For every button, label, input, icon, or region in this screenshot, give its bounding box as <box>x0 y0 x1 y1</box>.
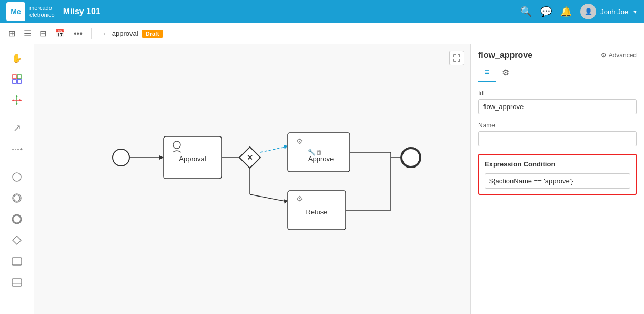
name-field-group: Name <box>478 122 637 146</box>
columns-icon[interactable]: ⊟ <box>37 26 48 41</box>
logo-box: Me <box>6 2 25 21</box>
expression-condition-group: Expression Condition <box>478 154 637 195</box>
calendar-icon[interactable]: 📅 <box>53 26 67 41</box>
breadcrumb: ← approval Draft <box>102 30 164 38</box>
tab-properties[interactable]: ≡ <box>478 64 496 82</box>
svg-rect-1 <box>17 75 21 78</box>
dotted-arrow-tool[interactable] <box>6 140 27 159</box>
expression-label: Expression Condition <box>485 160 630 168</box>
tool-separator-1 <box>7 114 26 114</box>
svg-rect-17 <box>12 258 22 265</box>
panel-header: flow_approve ⚙ Advanced <box>471 44 644 60</box>
advanced-icon: ⚙ <box>601 52 607 59</box>
top-nav: Me mercado eletrônico Miisy 101 🔍 💬 🔔 👤 … <box>0 0 644 23</box>
main-layout: ✋ ↗ <box>0 44 644 314</box>
advanced-link[interactable]: ⚙ Advanced <box>601 52 637 59</box>
bpmn-diagram: Approval ✕ ⚙ 🔧 🗑 Approve ⚙ <box>34 44 455 266</box>
svg-marker-16 <box>13 236 21 244</box>
svg-marker-8 <box>12 99 14 101</box>
gateway-tool[interactable] <box>6 231 27 250</box>
svg-marker-39 <box>284 199 288 204</box>
user-name: Jonh Joe <box>600 8 628 16</box>
right-panel: flow_approve ⚙ Advanced ≡ ⚙ Id Name Expr… <box>470 44 644 314</box>
hand-tool[interactable]: ✋ <box>6 48 27 67</box>
svg-rect-0 <box>13 75 16 78</box>
move-tool[interactable] <box>6 91 27 110</box>
search-icon[interactable]: 🔍 <box>520 6 532 17</box>
svg-rect-3 <box>17 80 21 83</box>
tool-separator-2 <box>7 163 26 163</box>
svg-marker-11 <box>21 148 23 151</box>
svg-marker-22 <box>159 155 164 160</box>
user-dropdown-icon: ▼ <box>632 9 638 15</box>
svg-point-12 <box>13 173 21 181</box>
svg-text:Approve: Approve <box>308 155 334 163</box>
toolbar-separator <box>91 28 92 39</box>
advanced-label: Advanced <box>609 52 637 59</box>
svg-marker-6 <box>16 95 18 97</box>
panel-title: flow_approve <box>478 51 532 60</box>
crosshair-tool[interactable] <box>6 70 27 89</box>
svg-text:Refuse: Refuse <box>306 208 327 216</box>
user-area[interactable]: 👤 Jonh Joe ▼ <box>580 4 638 19</box>
svg-marker-9 <box>19 99 22 101</box>
breadcrumb-text: approval <box>112 30 138 37</box>
task-tool[interactable] <box>6 252 27 271</box>
draft-badge: Draft <box>142 30 164 38</box>
canvas-area[interactable]: Approval ✕ ⚙ 🔧 🗑 Approve ⚙ <box>34 44 470 314</box>
id-label: Id <box>478 90 637 97</box>
name-label: Name <box>478 122 637 129</box>
grid-icon[interactable]: ⊞ <box>6 26 17 41</box>
list-icon[interactable]: ☰ <box>22 26 33 41</box>
expression-input[interactable] <box>485 173 630 189</box>
svg-point-20 <box>113 149 129 166</box>
event-start-tool[interactable] <box>6 168 27 187</box>
svg-text:⚙: ⚙ <box>296 137 303 145</box>
chat-icon[interactable]: 💬 <box>540 6 552 17</box>
svg-text:Approval: Approval <box>179 155 206 163</box>
app-name: Miisy 101 <box>63 7 100 16</box>
svg-point-15 <box>13 215 21 223</box>
more-icon[interactable]: ••• <box>72 27 85 41</box>
svg-text:⚙: ⚙ <box>296 194 303 203</box>
nav-icons: 🔍 💬 🔔 👤 Jonh Joe ▼ <box>520 4 638 19</box>
toolbar: ⊞ ☰ ⊟ 📅 ••• ← approval Draft <box>0 23 644 44</box>
name-input[interactable] <box>478 131 637 146</box>
id-field-group: Id <box>478 90 637 114</box>
arrow-tool[interactable]: ↗ <box>6 119 27 138</box>
panel-body: Id Name Expression Condition <box>471 82 644 314</box>
svg-line-38 <box>250 194 285 201</box>
svg-rect-18 <box>12 279 22 286</box>
logo-area: Me mercado eletrônico <box>6 2 55 21</box>
panel-tabs: ≡ ⚙ <box>471 60 644 82</box>
svg-point-14 <box>14 195 20 201</box>
left-toolbar: ✋ ↗ <box>0 44 34 314</box>
svg-point-48 <box>401 148 420 167</box>
svg-line-30 <box>260 147 285 152</box>
bell-icon[interactable]: 🔔 <box>560 6 572 17</box>
back-arrow[interactable]: ← <box>102 30 109 37</box>
svg-rect-2 <box>13 80 16 83</box>
svg-text:✕: ✕ <box>247 153 253 162</box>
tab-settings[interactable]: ⚙ <box>496 64 516 82</box>
logo-text: mercado eletrônico <box>29 5 55 18</box>
avatar: 👤 <box>580 4 596 19</box>
svg-marker-31 <box>284 145 288 149</box>
id-input[interactable] <box>478 99 637 114</box>
subprocess-tool[interactable] <box>6 273 27 292</box>
event-end-tool[interactable] <box>6 210 27 229</box>
svg-marker-7 <box>16 103 18 105</box>
event-intermediate-tool[interactable] <box>6 189 27 208</box>
